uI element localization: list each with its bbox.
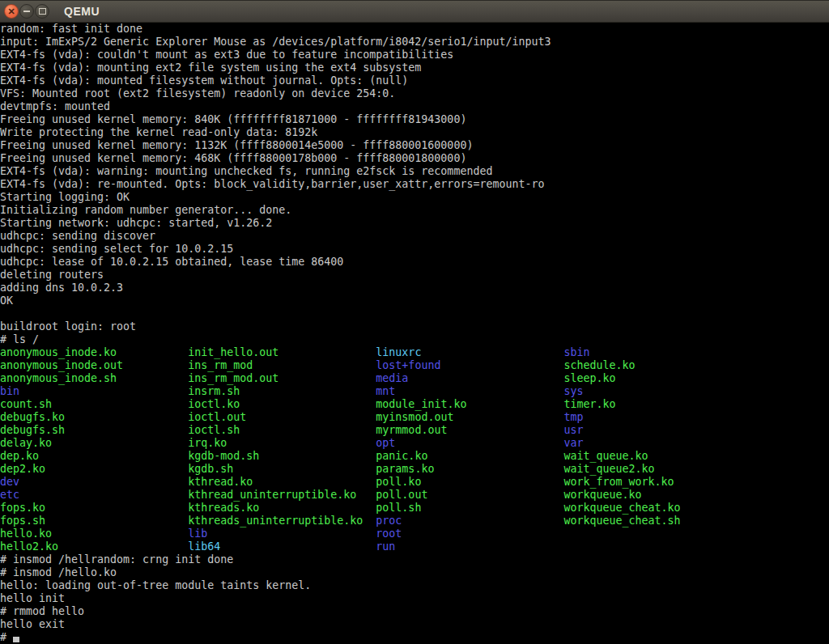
- shell-line-text: # insmod /hello.ko: [0, 566, 117, 578]
- console-line: hello2.ko lib64 run: [0, 540, 829, 553]
- file-entry: init_hello.out: [188, 346, 376, 358]
- file-entry: mnt: [376, 385, 563, 397]
- boot-line-text: random: fast init done: [0, 23, 142, 35]
- boot-line-text: EXT4-fs (vda): warning: mounting uncheck…: [0, 165, 492, 177]
- console-line: Initializing random number generator... …: [0, 204, 829, 217]
- console-line: # rmmod hello: [0, 605, 829, 618]
- file-entry: kgdb-mod.sh: [188, 450, 376, 462]
- file-entry: dev: [0, 476, 188, 488]
- boot-line-text: VFS: Mounted root (ext2 filesystem) read…: [0, 87, 395, 100]
- close-button[interactable]: ✕: [4, 4, 19, 19]
- minimize-icon: [23, 11, 30, 12]
- file-entry: workqueue_cheat.ko: [564, 502, 681, 514]
- file-entry: wait_queue.ko: [564, 450, 648, 462]
- console-line: dev kthread.ko poll.ko work_from_work.ko: [0, 476, 829, 489]
- boot-line-text: udhcpc: sending discover: [0, 230, 155, 242]
- boot-line-text: EXT4-fs (vda): mounting ext2 file system…: [0, 61, 421, 74]
- file-entry: media: [376, 372, 563, 384]
- console-line: # ls /: [0, 333, 829, 346]
- console-line: EXT4-fs (vda): mounting ext2 file system…: [0, 61, 829, 74]
- file-entry: delay.ko: [0, 437, 188, 449]
- file-entry: fops.ko: [0, 502, 188, 514]
- console-line: adding dns 10.0.2.3: [0, 282, 829, 294]
- console-line: udhcpc: sending discover: [0, 230, 829, 243]
- file-entry: sys: [564, 385, 584, 397]
- console-line: Starting network: udhcpc: started, v1.26…: [0, 217, 829, 230]
- shell-line-text: hello exit: [0, 618, 65, 630]
- file-entry: ins_rm_mod.out: [188, 372, 376, 384]
- console-line: hello exit: [0, 618, 829, 631]
- file-entry: count.sh: [0, 398, 188, 410]
- console-line: EXT4-fs (vda): warning: mounting uncheck…: [0, 165, 829, 178]
- file-entry: kgdb.sh: [188, 463, 376, 475]
- boot-line-text: Freeing unused kernel memory: 1132K (fff…: [0, 139, 473, 151]
- file-entry: timer.ko: [564, 398, 616, 410]
- file-entry: poll.sh: [376, 502, 563, 514]
- console-line: delay.ko irq.ko opt var: [0, 437, 829, 450]
- file-entry: var: [564, 437, 584, 449]
- titlebar[interactable]: ✕ QEMU: [0, 0, 829, 23]
- console-line: EXT4-fs (vda): mounted filesystem withou…: [0, 74, 829, 87]
- window-title: QEMU: [64, 5, 100, 18]
- file-entry: panic.ko: [376, 450, 563, 462]
- file-entry: anonymous_inode.out: [0, 359, 188, 371]
- close-icon: ✕: [7, 6, 15, 15]
- console-line: anonymous_inode.out ins_rm_mod lost+foun…: [0, 359, 829, 372]
- console-line: input: ImExPS/2 Generic Explorer Mouse a…: [0, 36, 829, 49]
- file-entry: proc: [376, 515, 563, 527]
- console-line: devtmpfs: mounted: [0, 100, 829, 113]
- cursor: [13, 637, 19, 642]
- console-line: VFS: Mounted root (ext2 filesystem) read…: [0, 87, 829, 100]
- console-line: # insmod /hellrandom: crng init done: [0, 553, 829, 566]
- file-entry: ins_rm_mod: [188, 359, 376, 371]
- file-entry: run: [376, 540, 395, 553]
- console-line: debugfs.sh ioctl.sh myrmmod.out usr: [0, 424, 829, 437]
- file-entry: workqueue.ko: [564, 489, 642, 501]
- file-entry: wait_queue2.ko: [564, 463, 655, 475]
- file-entry: hello2.ko: [0, 540, 188, 553]
- file-entry: debugfs.ko: [0, 411, 188, 423]
- file-entry: kthread_uninterruptible.ko: [188, 489, 376, 501]
- minimize-button[interactable]: [19, 4, 34, 19]
- shell-line-text: hello: loading out-of-tree module taints…: [0, 579, 311, 591]
- console-line: buildroot login: root: [0, 320, 829, 333]
- boot-line-text: # ls /: [0, 333, 39, 345]
- console-line: [0, 307, 829, 320]
- file-entry: myrmmod.out: [376, 424, 563, 436]
- boot-line-text: Starting logging: OK: [0, 191, 130, 203]
- console-line: udhcpc: sending select for 10.0.2.15: [0, 243, 829, 256]
- boot-line-text: Freeing unused kernel memory: 840K (ffff…: [0, 113, 466, 125]
- console-line: #: [0, 631, 829, 644]
- boot-line-text: udhcpc: sending select for 10.0.2.15: [0, 243, 233, 255]
- console-line: anonymous_inode.sh ins_rm_mod.out media …: [0, 372, 829, 385]
- boot-line-text: Write protecting the kernel read-only da…: [0, 126, 317, 138]
- maximize-button[interactable]: [35, 4, 49, 19]
- console-line: Freeing unused kernel memory: 468K (ffff…: [0, 152, 829, 165]
- boot-line-text: input: ImExPS/2 Generic Explorer Mouse a…: [0, 36, 551, 48]
- boot-line-text: deleting routers: [0, 269, 104, 281]
- maximize-icon: [39, 8, 46, 15]
- console-line: Freeing unused kernel memory: 840K (ffff…: [0, 113, 829, 126]
- console-line: # insmod /hello.ko: [0, 566, 829, 579]
- console-line: Starting logging: OK: [0, 191, 829, 204]
- boot-line-text: Initializing random number generator... …: [0, 204, 291, 216]
- console-line: random: fast init done: [0, 23, 829, 36]
- file-entry: sbin: [564, 346, 590, 358]
- console-line: bin insrm.sh mnt sys: [0, 385, 829, 398]
- file-entry: ioctl.out: [188, 411, 376, 423]
- file-entry: fops.sh: [0, 515, 188, 527]
- file-entry: bin: [0, 385, 188, 397]
- file-entry: schedule.ko: [564, 359, 636, 371]
- prompt-text: #: [0, 631, 13, 643]
- boot-line-text: devtmpfs: mounted: [0, 100, 110, 112]
- boot-line-text: EXT4-fs (vda): mounted filesystem withou…: [0, 74, 408, 87]
- console-line: EXT4-fs (vda): re-mounted. Opts: block_v…: [0, 178, 829, 191]
- file-entry: dep.ko: [0, 450, 188, 462]
- boot-line-text: udhcpc: lease of 10.0.2.15 obtained, lea…: [0, 256, 343, 268]
- boot-line-text: buildroot login: root: [0, 320, 136, 333]
- file-entry: poll.ko: [376, 476, 563, 488]
- console-screen[interactable]: random: fast init doneinput: ImExPS/2 Ge…: [0, 23, 829, 644]
- shell-line-text: # insmod /hellrandom: crng init done: [0, 553, 233, 566]
- file-entry: dep2.ko: [0, 463, 188, 475]
- file-entry: module_init.ko: [376, 398, 563, 410]
